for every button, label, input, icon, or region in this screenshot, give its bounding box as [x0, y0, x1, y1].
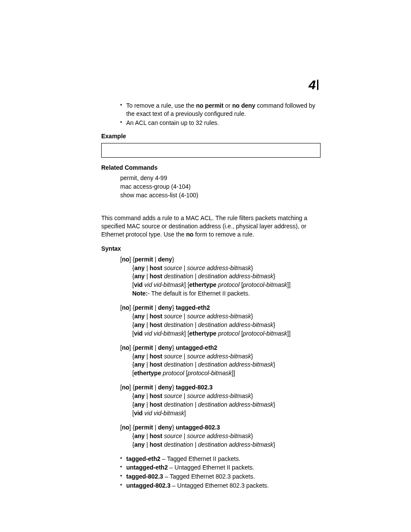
- related-item: permit, deny 4-99: [120, 174, 321, 182]
- intro-bullets: To remove a rule, use the no permit or n…: [101, 102, 321, 127]
- example-heading: Example: [101, 132, 321, 140]
- chapter-number: 4: [308, 80, 318, 90]
- related-item: show mac access-list (4-100): [120, 191, 321, 199]
- page: 4 To remove a rule, use the no permit or…: [0, 0, 411, 532]
- example-box: [101, 143, 321, 158]
- syntax-heading: Syntax: [101, 245, 321, 253]
- def-item: untagged-eth2 – Untagged Ethernet II pac…: [120, 464, 321, 472]
- def-item: tagged-802.3 – Tagged Ethernet 802.3 pac…: [120, 473, 321, 481]
- definition-list: tagged-eth2 – Tagged Ethernet II packets…: [101, 455, 321, 490]
- syntax-block-1: [no] {permit | deny} {any | host source …: [101, 255, 321, 298]
- syntax-block-4: [no] {permit | deny} tagged-802.3 {any |…: [101, 383, 321, 417]
- intro-bullet-1: To remove a rule, use the no permit or n…: [120, 102, 321, 118]
- syntax-block-5: [no] {permit | deny} untagged-802.3 {any…: [101, 423, 321, 449]
- def-item: untagged-802.3 – Untagged Ethernet 802.3…: [120, 482, 321, 490]
- related-item: mac access-group (4-104): [120, 183, 321, 191]
- syntax-block-3: [no] {permit | deny} untagged-eth2 {any …: [101, 344, 321, 378]
- description-para: This command adds a rule to a MAC ACL. T…: [101, 214, 321, 239]
- intro-bullet-2: An ACL can contain up to 32 rules.: [120, 119, 321, 127]
- def-item: tagged-eth2 – Tagged Ethernet II packets…: [120, 455, 321, 463]
- related-list: permit, deny 4-99 mac access-group (4-10…: [101, 174, 321, 199]
- related-heading: Related Commands: [101, 164, 321, 172]
- syntax-block-2: [no] {permit | deny} tagged-eth2 {any | …: [101, 304, 321, 338]
